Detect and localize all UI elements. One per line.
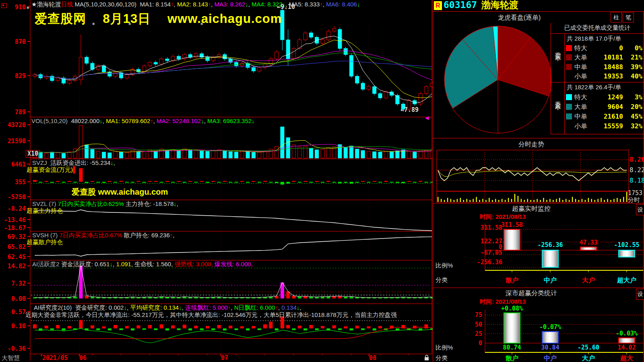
shenshi-bar-pct: -0.07% [532, 324, 568, 331]
header-segment: MA1: 50789.602 [106, 117, 150, 124]
order-group-total: 共 2818单 17.0手/单 [567, 35, 621, 42]
svzj-axis: 6461 [1, 161, 26, 168]
order-volume-value: 15559 [604, 123, 623, 130]
header-segment: ↓ [110, 159, 114, 166]
order-volume-pct: 39% [631, 64, 642, 71]
header-segment: ↓ [201, 117, 204, 124]
monitor-bar-value: -256.36 [532, 242, 568, 249]
shenshi-value: 30.84 [532, 344, 568, 351]
order-size-swatch [566, 123, 572, 129]
header-segment: ↓ [179, 304, 182, 311]
order-volume-value: 19353 [604, 73, 623, 80]
scroll-left-marker[interactable]: ◀ [425, 115, 429, 121]
shenshi-category: 中户 [534, 355, 566, 362]
svzj-axis: 355 [1, 179, 26, 186]
monitor-category: 超大户 [611, 277, 643, 284]
monitor-bar-value: 311.58 [494, 222, 530, 228]
ai2-axis: 0.57 [1, 309, 26, 316]
app-brand: 大智慧 [2, 355, 20, 362]
volume-axis: 43720 [1, 122, 26, 129]
order-volume-pct: 45% [631, 113, 642, 120]
header-segment: 日线 [61, 1, 73, 8]
header-segment: , [177, 200, 178, 207]
svzl-subtitle: 超赢主力持仓 [27, 208, 63, 214]
fenshi-unit-label: 分时 [628, 197, 640, 204]
table-row: 特大12493% [566, 94, 643, 101]
svzl-axis: -18.67 [1, 225, 26, 232]
svzj-subtitle: 超赢资金流(万元)▌ [27, 167, 77, 173]
header-segment: , [204, 117, 207, 124]
order-volume-value: 1249 [607, 94, 623, 101]
header-segment: 强势线: 3.000, [175, 261, 215, 267]
pen-mode-button[interactable]: 笔 [623, 12, 634, 23]
header-segment: , [231, 304, 234, 311]
header-segment: ↓ [99, 117, 103, 124]
shenshi-axis-label: 50 [463, 321, 482, 328]
header-segment: ↓ [173, 200, 177, 207]
header-segment: 7日内买卖净占比0.67% [60, 232, 122, 239]
watermark-site-small: 爱查股 www.aichagu.com [72, 187, 168, 197]
ai2-axis: 0.10 [1, 323, 26, 330]
order-size-name: 中单 [574, 113, 587, 120]
shenshi-value: 14.02 [609, 344, 644, 351]
svsh-subtitle: 超赢散户持仓 [27, 239, 63, 246]
table-row: 小单1935340% [566, 73, 643, 80]
order-volume-value: 21610 [604, 113, 623, 120]
timeline-month: 06 [79, 355, 87, 362]
high-price-annotation: ←9.10 [277, 4, 295, 10]
table-grid-line [551, 23, 551, 134]
timeline-month: 08 [369, 355, 376, 362]
bar-mode-button[interactable]: 柱 [611, 12, 622, 23]
shenshi-category: 散户 [496, 355, 528, 362]
header-segment: ↓ [124, 304, 127, 311]
header-segment: ↓ [110, 261, 113, 267]
stats-title: 已成交委托单成交量统计 [551, 24, 644, 32]
monitor-bar-value: 47.33 [570, 239, 607, 246]
header-segment: 活跃资金进出: -55.234 [50, 159, 110, 166]
monitor-cat-label: 分类 [436, 277, 448, 284]
main-price-axis: 829 [1, 73, 26, 80]
svsh-header: SVSH (7) 7日内买卖净占比0.67% 散户持仓: 69.236↑, [32, 232, 174, 239]
svzj-axis: -5750 [1, 194, 26, 201]
monitor-axis-label: -67.05 [463, 249, 502, 256]
app-window: { "header": { "main_segments": [ {"t":"★… [0, 0, 644, 362]
shenshi-category: 大户 [572, 355, 605, 362]
order-volume-value: 0 [619, 45, 623, 52]
header-segment: SVSH (7) [32, 232, 60, 239]
header-segment: 连续飘红: 5.000 [185, 304, 228, 311]
timeline-month: 07 [221, 355, 228, 362]
header-segment: 超赢主力持仓 [27, 207, 63, 214]
header-segment: , [173, 232, 174, 239]
header-segment: 0.134 [281, 304, 297, 311]
order-flow-pie-chart [437, 20, 557, 141]
monitor-category: 大户 [572, 277, 605, 284]
volume-scale-label: X10 [26, 150, 40, 158]
main-price-axis: 870 [1, 39, 26, 45]
section-line [433, 11, 644, 12]
header-segment: VOL(5,10,20) [31, 117, 71, 124]
svsh-axis: 69.32 [1, 234, 26, 241]
order-size-name: 中单 [574, 64, 587, 70]
svzl-header: SVZL (7) 7日内买卖净占比0.625% 主力持仓: -18.578↓, [32, 201, 178, 208]
svzl-axis: -13.46 [1, 217, 26, 224]
monitor-category: 中户 [534, 277, 566, 284]
shenshi-bar-pct: +0.08% [494, 305, 530, 312]
header-segment: 散户持仓: 69.236 [122, 232, 169, 239]
ai1-axis: 0.00 [1, 296, 26, 302]
table-row: 小单1555932% [566, 123, 643, 130]
watermark-site: 爱查股网 8月13日 www.aichagu.com [35, 10, 282, 27]
order-volume-pct: 0% [635, 45, 642, 52]
order-volume-value: 10181 [604, 54, 623, 61]
header-segment: ↑ [320, 1, 323, 8]
header-segment: , [103, 117, 106, 124]
stock-code: 603167 [444, 0, 477, 10]
fenshi-low-label: 8.18 [630, 177, 644, 184]
sparkle-icon: ✳ [26, 6, 29, 10]
header-segment: AI活跃度2 [32, 261, 61, 267]
header-segment: 资金活跃度: 0.651 [61, 261, 110, 267]
lock-icon [424, 354, 429, 361]
header-segment: 超赢散户持仓 [27, 239, 63, 245]
ai-research-header: AI研究度2(10) 资金研究度: 0.002↓, 平均研究度: 0.134↓,… [34, 304, 301, 311]
intraday-chart [435, 138, 644, 204]
order-size-swatch [566, 45, 572, 51]
